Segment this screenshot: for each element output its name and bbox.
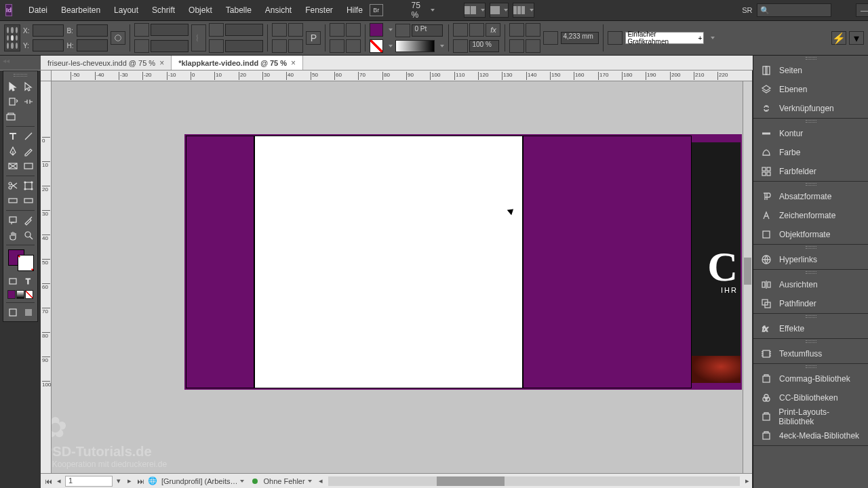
link-scale-icon[interactable] — [191, 24, 206, 52]
view-options-dropdown[interactable] — [464, 3, 486, 18]
panel-zeichenformate[interactable]: Zeichenformate — [753, 206, 868, 225]
wrap-bbox-icon[interactable] — [526, 23, 540, 37]
panel-grip[interactable] — [753, 119, 868, 124]
page-number-field[interactable]: 1 — [65, 476, 113, 487]
h-field[interactable] — [77, 39, 108, 52]
apply-gradient-icon[interactable] — [16, 290, 24, 299]
pen-tool[interactable] — [5, 144, 20, 159]
help-search-input[interactable]: 🔍 — [757, 3, 831, 17]
scale-x-icon[interactable] — [134, 23, 149, 37]
rectangle-tool[interactable] — [20, 159, 36, 174]
open-bridge-icon[interactable]: 🌐 — [148, 476, 157, 485]
hscroll-right-button[interactable]: ▸ — [743, 476, 752, 485]
w-field[interactable] — [77, 24, 108, 37]
gradient-swatch-tool[interactable] — [5, 193, 20, 208]
scale-y-field[interactable] — [151, 40, 189, 52]
panel-absatzformate[interactable]: Absatzformate — [753, 187, 868, 206]
reference-point-proxy[interactable] — [4, 24, 20, 52]
page-last-button[interactable]: ⏭ — [136, 477, 145, 485]
panel-grip[interactable] — [753, 339, 868, 344]
close-tab-icon[interactable]: × — [159, 58, 164, 68]
rotate-field[interactable] — [225, 24, 263, 36]
menu-layout[interactable]: Layout — [107, 1, 145, 19]
panel-objektformate[interactable]: Objektformate — [753, 225, 868, 244]
content-placer-tool[interactable] — [17, 109, 36, 124]
menu-bearbeiten[interactable]: Bearbeiten — [54, 1, 107, 19]
panel-farbfelder[interactable]: Farbfelder — [753, 162, 868, 181]
content-collector-tool[interactable] — [5, 109, 17, 124]
page-panel-right[interactable] — [523, 136, 692, 388]
shear-field[interactable] — [225, 40, 263, 52]
rotate-ccw-icon[interactable] — [288, 23, 303, 37]
scissors-tool[interactable] — [5, 178, 20, 193]
panel-effekte[interactable]: fxEffekte — [753, 319, 868, 338]
bridge-icon[interactable]: Br — [370, 4, 383, 16]
page-panel-center[interactable] — [254, 136, 523, 388]
opacity-field[interactable]: 100 % — [469, 40, 499, 52]
panel--eck-media-bibliothek[interactable]: 4eck-Media-Bibliothek — [753, 426, 868, 445]
page-dd-icon[interactable]: ▾ — [114, 476, 123, 485]
direct-selection-tool[interactable] — [20, 79, 36, 94]
corner-options-icon[interactable] — [543, 31, 558, 45]
tint-slider[interactable] — [395, 40, 435, 52]
panel-kontur[interactable]: Kontur — [753, 124, 868, 143]
stroke-swatch[interactable] — [370, 39, 383, 53]
selection-tool[interactable] — [5, 79, 20, 94]
stroke-color-swatch[interactable] — [18, 255, 34, 271]
tab-doc2[interactable]: *klappkarte-video.indd @ 75 %× — [172, 56, 303, 70]
arrange-documents-dropdown[interactable] — [513, 3, 534, 18]
workspace-dropdown[interactable]: SR — [742, 6, 752, 14]
fill-stroke-swatch[interactable] — [7, 248, 34, 271]
menu-hilfe[interactable]: Hilfe — [340, 1, 370, 19]
panel-pathfinder[interactable]: Pathfinder — [753, 294, 868, 313]
panel-textumfluss[interactable]: Textumfluss — [753, 344, 868, 363]
rotate-icon[interactable] — [209, 23, 224, 37]
panel-cc-bibliotheken[interactable]: CC-Bibliotheken — [753, 388, 868, 407]
menu-ansicht[interactable]: Ansicht — [258, 1, 298, 19]
shear-icon[interactable] — [209, 39, 224, 53]
preflight-profile-dropdown[interactable]: [Grundprofil] (Arbeits… — [157, 477, 248, 485]
frame-fitting-icon[interactable] — [608, 31, 623, 45]
panel-hyperlinks[interactable]: Hyperlinks — [753, 250, 868, 269]
wrap-shape-icon[interactable] — [509, 39, 524, 53]
rotate-cw-icon[interactable] — [272, 23, 287, 37]
line-tool[interactable] — [20, 129, 36, 144]
x-field[interactable] — [33, 24, 64, 37]
pencil-tool[interactable] — [20, 144, 36, 159]
horizontal-ruler[interactable]: -50-40-30-20-100102030405060708090100110… — [52, 70, 752, 81]
page-first-button[interactable]: ⏮ — [43, 477, 53, 485]
hscroll-left-button[interactable]: ◂ — [316, 476, 326, 485]
select-content-icon[interactable] — [330, 39, 344, 53]
controlbar-menu-icon[interactable]: ▾ — [849, 31, 864, 45]
gap-tool[interactable] — [20, 94, 36, 109]
panel-grip[interactable] — [753, 245, 868, 250]
normal-view-icon[interactable] — [5, 305, 20, 320]
rectangle-frame-tool[interactable] — [5, 159, 20, 174]
ruler-origin[interactable] — [41, 70, 52, 81]
wrap-none-icon[interactable] — [509, 23, 524, 37]
wrap-jump-icon[interactable] — [526, 39, 540, 53]
apply-none-icon[interactable] — [25, 290, 33, 299]
corner-radius-field[interactable]: 4,233 mm — [561, 32, 599, 44]
vertical-scrollbar[interactable] — [743, 81, 752, 473]
page-tool[interactable] — [5, 94, 20, 109]
preview-view-icon[interactable] — [20, 305, 36, 320]
panel-seiten[interactable]: Seiten — [753, 61, 868, 80]
stroke-weight-field[interactable]: 0 Pt — [412, 24, 443, 37]
menu-schrift[interactable]: Schrift — [145, 1, 182, 19]
constrain-proportions-icon[interactable] — [111, 31, 125, 45]
effects-btn1[interactable] — [453, 23, 468, 37]
panel-farbe[interactable]: Farbe — [753, 143, 868, 162]
menu-objekt[interactable]: Objekt — [182, 1, 219, 19]
zoom-tool[interactable] — [20, 228, 36, 243]
menu-datei[interactable]: Datei — [22, 1, 54, 19]
preflight-status[interactable]: Ohne Fehler — [248, 477, 315, 485]
formatting-container-icon[interactable] — [5, 274, 20, 289]
select-prev-icon[interactable] — [330, 23, 344, 37]
screen-mode-dropdown[interactable] — [490, 3, 509, 18]
object-style-dropdown[interactable]: Einfacher Grafikrahmen+ — [625, 32, 704, 44]
select-next-icon[interactable] — [346, 23, 361, 37]
panel-grip[interactable] — [753, 56, 868, 61]
panel-verkn-pfungen[interactable]: Verknüpfungen — [753, 99, 868, 118]
panel-print-layouts-bibliothek[interactable]: Print-Layouts-Bibliothek — [753, 407, 868, 426]
